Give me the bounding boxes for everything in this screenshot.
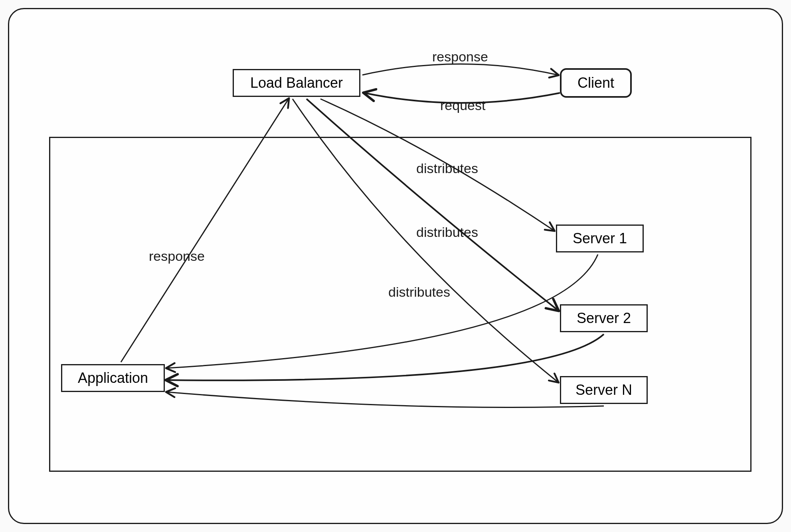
node-application: Application [61, 364, 165, 392]
edge-label-distributes-1: distributes [416, 161, 478, 176]
node-label: Server N [575, 382, 632, 398]
diagram-frame: Load Balancer Client Application Server … [8, 8, 783, 524]
node-serverN: Server N [560, 376, 648, 404]
node-label: Load Balancer [250, 75, 343, 91]
edge-label-request: request [440, 98, 485, 113]
edge-label-response-top: response [432, 49, 488, 65]
node-client: Client [560, 68, 632, 98]
node-load-balancer: Load Balancer [233, 69, 360, 97]
node-label: Application [78, 370, 148, 386]
node-label: Client [577, 75, 614, 91]
edge-label-distributes-2: distributes [416, 225, 478, 240]
node-label: Server 1 [573, 230, 627, 247]
edge-label-distributes-3: distributes [388, 284, 450, 300]
edge-lb-to-client [362, 64, 558, 75]
node-server2: Server 2 [560, 304, 648, 332]
node-server1: Server 1 [556, 225, 644, 252]
edge-label-response-left: response [149, 248, 205, 264]
node-label: Server 2 [577, 310, 631, 327]
